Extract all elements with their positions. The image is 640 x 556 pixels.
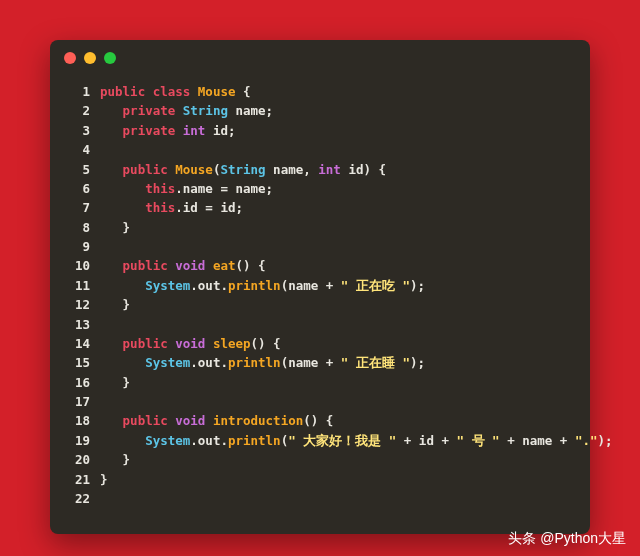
line-number: 1 (64, 82, 90, 101)
line-content: this.name = name; (100, 179, 576, 198)
line-content: private int id; (100, 121, 576, 140)
code-line: 15 System.out.println(name + " 正在睡 "); (64, 353, 576, 372)
line-number: 17 (64, 392, 90, 411)
line-number: 13 (64, 315, 90, 334)
line-number: 16 (64, 373, 90, 392)
code-area: 1public class Mouse {2 private String na… (50, 76, 590, 508)
code-line: 2 private String name; (64, 101, 576, 120)
line-content: } (100, 373, 576, 392)
line-number: 6 (64, 179, 90, 198)
line-number: 12 (64, 295, 90, 314)
line-number: 21 (64, 470, 90, 489)
line-content: public void introduction() { (100, 411, 576, 430)
code-line: 12 } (64, 295, 576, 314)
code-line: 1public class Mouse { (64, 82, 576, 101)
line-content: System.out.println(name + " 正在吃 "); (100, 276, 576, 295)
line-number: 9 (64, 237, 90, 256)
code-line: 6 this.name = name; (64, 179, 576, 198)
line-number: 10 (64, 256, 90, 275)
line-content: private String name; (100, 101, 576, 120)
code-window: 1public class Mouse {2 private String na… (50, 40, 590, 534)
code-line: 19 System.out.println(" 大家好！我是 " + id + … (64, 431, 576, 450)
code-line: 5 public Mouse(String name, int id) { (64, 160, 576, 179)
line-number: 14 (64, 334, 90, 353)
line-number: 15 (64, 353, 90, 372)
line-content: } (100, 470, 576, 489)
line-content: } (100, 218, 576, 237)
line-content (100, 392, 576, 411)
code-line: 22 (64, 489, 576, 508)
line-number: 4 (64, 140, 90, 159)
line-number: 20 (64, 450, 90, 469)
line-number: 5 (64, 160, 90, 179)
code-line: 7 this.id = id; (64, 198, 576, 217)
line-content (100, 315, 576, 334)
line-content: this.id = id; (100, 198, 576, 217)
zoom-icon[interactable] (104, 52, 116, 64)
line-content: public Mouse(String name, int id) { (100, 160, 576, 179)
line-content: } (100, 295, 576, 314)
window-titlebar (50, 40, 590, 76)
line-content: public class Mouse { (100, 82, 576, 101)
line-number: 18 (64, 411, 90, 430)
line-content (100, 237, 576, 256)
line-number: 22 (64, 489, 90, 508)
code-line: 18 public void introduction() { (64, 411, 576, 430)
line-content: public void sleep() { (100, 334, 576, 353)
code-line: 10 public void eat() { (64, 256, 576, 275)
line-content: public void eat() { (100, 256, 576, 275)
line-content (100, 140, 576, 159)
line-content (100, 489, 576, 508)
line-number: 8 (64, 218, 90, 237)
line-number: 7 (64, 198, 90, 217)
code-line: 4 (64, 140, 576, 159)
minimize-icon[interactable] (84, 52, 96, 64)
footer-attribution: 头条 @Python大星 (508, 530, 626, 548)
code-line: 11 System.out.println(name + " 正在吃 "); (64, 276, 576, 295)
line-number: 19 (64, 431, 90, 450)
line-content: System.out.println(" 大家好！我是 " + id + " 号… (100, 431, 613, 450)
line-number: 11 (64, 276, 90, 295)
line-content: } (100, 450, 576, 469)
line-number: 2 (64, 101, 90, 120)
code-line: 3 private int id; (64, 121, 576, 140)
code-line: 8 } (64, 218, 576, 237)
code-line: 17 (64, 392, 576, 411)
code-line: 16 } (64, 373, 576, 392)
code-line: 20 } (64, 450, 576, 469)
code-line: 21} (64, 470, 576, 489)
line-number: 3 (64, 121, 90, 140)
close-icon[interactable] (64, 52, 76, 64)
code-line: 13 (64, 315, 576, 334)
code-line: 14 public void sleep() { (64, 334, 576, 353)
line-content: System.out.println(name + " 正在睡 "); (100, 353, 576, 372)
code-line: 9 (64, 237, 576, 256)
